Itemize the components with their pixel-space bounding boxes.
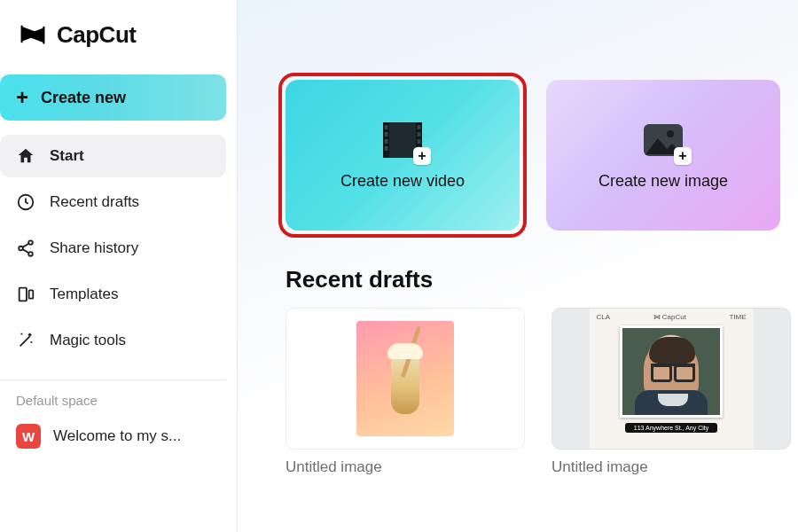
recent-drafts-section: Recent drafts Untitled image CLA⋈ CapCut…	[246, 231, 798, 476]
thumbnail-image	[356, 321, 454, 436]
draft-card[interactable]: Untitled image	[286, 308, 525, 476]
space-avatar: W	[16, 424, 41, 449]
home-icon	[16, 146, 35, 166]
recent-drafts-title: Recent drafts	[286, 266, 780, 293]
share-icon	[16, 239, 35, 258]
svg-rect-16	[418, 132, 421, 137]
draft-grid: Untitled image CLA⋈ CapCutTIME 113 Anywh…	[286, 308, 780, 476]
hero-row: + Create new video + Create new image	[246, 0, 798, 231]
sidebar-item-recent-drafts[interactable]: Recent drafts	[0, 181, 226, 223]
create-new-button[interactable]: + Create new	[0, 74, 226, 121]
svg-point-5	[28, 252, 33, 256]
draft-thumbnail: CLA⋈ CapCutTIME 113 Anywhere St., Any Ci…	[552, 308, 791, 450]
svg-point-3	[28, 240, 33, 245]
svg-rect-1	[43, 27, 44, 44]
sidebar-item-label: Start	[50, 147, 84, 165]
space-item-label: Welcome to my s...	[53, 427, 181, 445]
create-new-video-card[interactable]: + Create new video	[286, 80, 520, 231]
sidebar-item-label: Recent drafts	[50, 193, 139, 211]
create-new-video-label: Create new video	[340, 172, 465, 191]
magic-icon	[16, 331, 35, 350]
sidebar-item-label: Magic tools	[50, 332, 126, 349]
sidebar-item-label: Share history	[50, 239, 138, 257]
svg-rect-17	[418, 139, 421, 144]
svg-rect-12	[385, 132, 388, 137]
svg-point-4	[19, 246, 23, 251]
clock-icon	[16, 192, 35, 212]
svg-rect-0	[21, 25, 23, 43]
sidebar-item-label: Templates	[50, 286, 118, 303]
create-new-label: Create new	[41, 89, 126, 107]
svg-rect-6	[20, 288, 27, 301]
svg-rect-7	[29, 290, 34, 298]
svg-rect-13	[385, 139, 388, 144]
sidebar-item-templates[interactable]: Templates	[0, 273, 226, 316]
svg-point-20	[667, 130, 674, 137]
plus-badge-icon: +	[674, 147, 692, 165]
space-section-label: Default space	[0, 393, 237, 408]
draft-name: Untitled image	[552, 458, 791, 476]
film-icon: +	[379, 121, 426, 160]
draft-thumbnail	[286, 308, 525, 450]
sidebar-nav: Start Recent drafts Share history Templa…	[0, 133, 237, 364]
create-new-image-card[interactable]: + Create new image	[546, 80, 780, 231]
divider	[0, 379, 226, 380]
brand: CapCut	[0, 20, 237, 50]
main-content: + Create new video + Create new image Re…	[238, 0, 798, 532]
space-item[interactable]: W Welcome to my s...	[0, 415, 237, 458]
sidebar-item-start[interactable]: Start	[0, 135, 226, 177]
draft-name: Untitled image	[286, 458, 525, 476]
svg-rect-15	[418, 125, 421, 129]
brand-name: CapCut	[57, 21, 136, 49]
plus-badge-icon: +	[413, 147, 431, 165]
create-new-image-label: Create new image	[598, 172, 728, 191]
svg-rect-14	[385, 146, 388, 151]
capcut-logo-icon	[18, 20, 48, 50]
sidebar: CapCut + Create new Start Recent drafts …	[0, 0, 238, 532]
draft-card[interactable]: CLA⋈ CapCutTIME 113 Anywhere St., Any Ci…	[552, 308, 791, 476]
sidebar-item-share-history[interactable]: Share history	[0, 227, 226, 270]
thumbnail-image: CLA⋈ CapCutTIME 113 Anywhere St., Any Ci…	[590, 308, 754, 450]
image-icon: +	[640, 121, 686, 160]
sidebar-item-magic-tools[interactable]: Magic tools	[0, 319, 226, 362]
templates-icon	[16, 285, 35, 304]
svg-rect-11	[385, 125, 388, 129]
